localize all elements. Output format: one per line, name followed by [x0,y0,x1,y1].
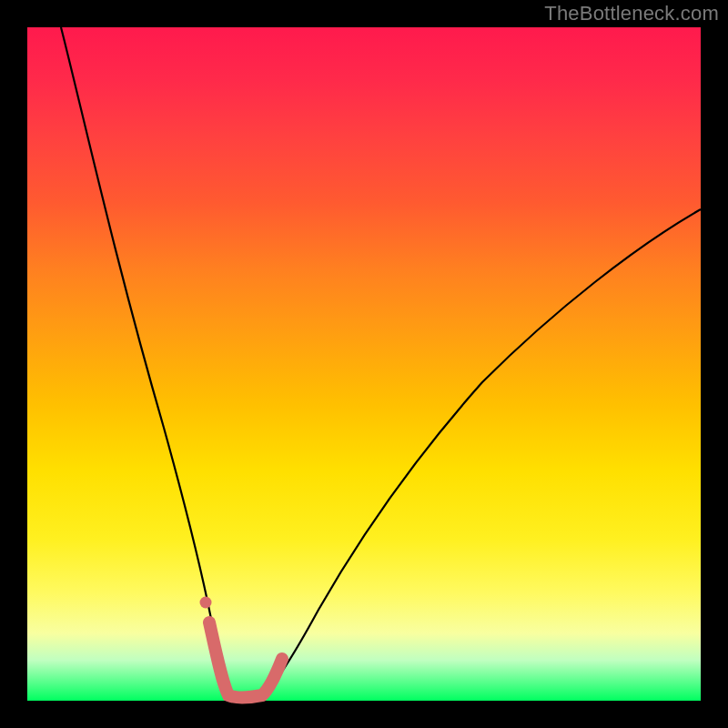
plot-area [27,27,701,701]
curve-layer [27,27,701,701]
chart-root: TheBottleneck.com [0,0,728,728]
trough-highlight [209,622,282,697]
trough-dot [200,597,212,609]
watermark-text: TheBottleneck.com [544,2,719,25]
main-curve [61,27,701,698]
